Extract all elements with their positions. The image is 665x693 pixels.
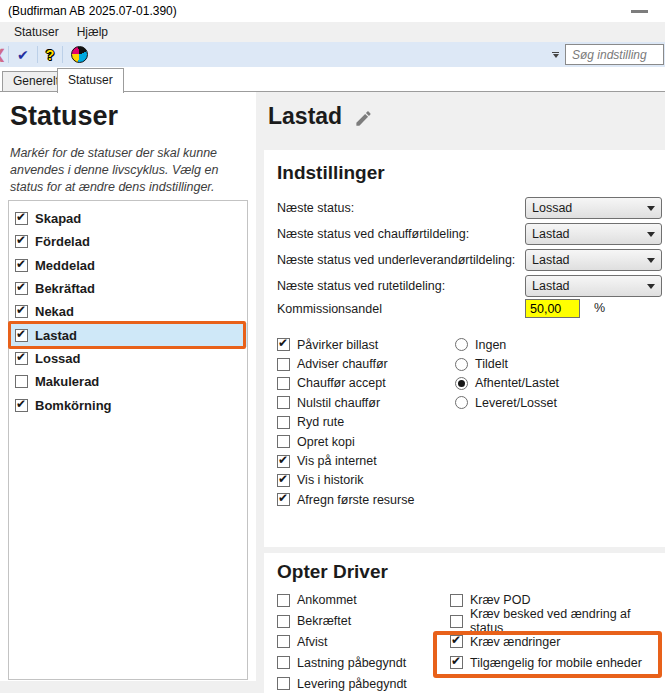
percent-unit: %: [594, 301, 605, 315]
list-item-nekad[interactable]: Nekad: [9, 300, 247, 323]
checkbox[interactable]: [15, 352, 28, 365]
next-status-dropdown[interactable]: Lossad: [525, 197, 662, 219]
radio-row-ingen[interactable]: Ingen: [455, 335, 559, 354]
next-status-driver-dropdown[interactable]: Lastad: [525, 223, 662, 245]
search-input[interactable]: [565, 44, 664, 65]
tab-statuser[interactable]: Statuser: [57, 68, 124, 93]
checkbox[interactable]: [15, 305, 28, 318]
status-listbox: Skapad Fördelad Meddelad Bekräftad Nekad…: [8, 200, 248, 680]
edit-pencil-icon[interactable]: [354, 109, 373, 128]
checkbox[interactable]: [277, 358, 290, 371]
checkbox[interactable]: [15, 375, 28, 388]
opter-logo-icon[interactable]: [71, 46, 88, 63]
checkbox-row-bekraeftet[interactable]: Bekræftet: [277, 611, 407, 632]
status-label: Bomkörning: [35, 398, 112, 413]
checkbox[interactable]: [277, 338, 290, 351]
list-item-bomkorning[interactable]: Bomkörning: [9, 393, 247, 416]
chevron-down-icon: [647, 206, 655, 211]
checkbox-row-nulstil-chauffor[interactable]: Nulstil chauffør: [277, 393, 414, 412]
checkbox[interactable]: [277, 396, 290, 409]
checkbox[interactable]: [277, 435, 290, 448]
checkbox[interactable]: [450, 656, 463, 669]
checkbox[interactable]: [450, 615, 463, 628]
dropdown-value: Lossad: [532, 201, 572, 215]
toolbar-separator: [62, 46, 63, 63]
list-item-lastad[interactable]: Lastad: [9, 323, 247, 346]
next-status-subcontractor-dropdown[interactable]: Lastad: [525, 249, 662, 271]
checkbox-row-ryd-rute[interactable]: Ryd rute: [277, 413, 414, 432]
chevron-down-icon: [647, 284, 655, 289]
checkbox-label: Opret kopi: [297, 435, 355, 449]
checkbox-row-afvist[interactable]: Afvist: [277, 632, 407, 653]
list-item-makulerad[interactable]: Makulerad: [9, 370, 247, 393]
menu-statuser[interactable]: Statuser: [5, 23, 68, 41]
driver-checkbox-column-right: Kræv POD Kræv besked ved ændring af stat…: [450, 590, 665, 673]
list-item-skapad[interactable]: Skapad: [9, 207, 247, 230]
radio-row-leveret-losset[interactable]: Leveret/Losset: [455, 393, 559, 412]
checkbox[interactable]: [277, 656, 290, 669]
checkbox[interactable]: [450, 635, 463, 648]
checkbox-label: Levering påbegyndt: [297, 677, 407, 691]
checkbox[interactable]: [15, 259, 28, 272]
status-label: Makulerad: [35, 374, 99, 389]
checkbox-label: Ryd rute: [297, 415, 344, 429]
checkbox-row-adviser-chauffor[interactable]: Adviser chauffør: [277, 354, 414, 373]
toolbar-overflow-icon[interactable]: [552, 52, 559, 58]
checkbox-row-lastning-pabegyndt[interactable]: Lastning påbegyndt: [277, 652, 407, 673]
list-item-bekraftad[interactable]: Bekräftad: [9, 277, 247, 300]
check-icon[interactable]: ✔: [12, 47, 34, 63]
checkbox-row-vis-i-historik[interactable]: Vis i historik: [277, 471, 414, 490]
back-icon[interactable]: ❮: [0, 47, 5, 62]
radio-row-tildelt[interactable]: Tildelt: [455, 354, 559, 373]
checkbox[interactable]: [277, 493, 290, 506]
commission-input[interactable]: [525, 299, 580, 318]
checkbox[interactable]: [277, 455, 290, 468]
chevron-down-icon: [647, 232, 655, 237]
settings-radio-group: Ingen Tildelt Afhentet/Lastet Leveret/Lo…: [455, 335, 559, 413]
checkbox[interactable]: [277, 416, 290, 429]
checkbox[interactable]: [277, 615, 290, 628]
checkbox-row-pavirker-billast[interactable]: Påvirker billast: [277, 335, 414, 354]
checkbox-label: Afvist: [297, 635, 328, 649]
minimize-button[interactable]: [627, 0, 651, 20]
checkbox[interactable]: [15, 212, 28, 225]
help-icon[interactable]: ?: [41, 47, 60, 63]
checkbox-row-ankommet[interactable]: Ankommet: [277, 590, 407, 611]
checkbox-label: Vis på internet: [297, 454, 377, 468]
checkbox-row-opret-kopi[interactable]: Opret kopi: [277, 432, 414, 451]
list-item-meddelad[interactable]: Meddelad: [9, 254, 247, 277]
checkbox-row-afregn-forste-resurse[interactable]: Afregn første resurse: [277, 490, 414, 509]
checkbox-label: Kræv POD: [470, 593, 530, 607]
checkbox[interactable]: [15, 282, 28, 295]
checkbox-row-chauffor-accept[interactable]: Chauffør accept: [277, 374, 414, 393]
checkbox-label: Tilgængelig for mobile enheder: [470, 656, 642, 670]
next-status-route-dropdown[interactable]: Lastad: [525, 275, 662, 297]
next-status-label: Næste status:: [277, 201, 354, 215]
radio-label: Leveret/Losset: [475, 396, 557, 410]
checkbox-row-kraev-besked[interactable]: Kræv besked ved ændring af status: [450, 611, 665, 632]
checkbox-row-levering-pabegyndt[interactable]: Levering påbegyndt: [277, 673, 407, 693]
radio-button[interactable]: [455, 377, 468, 390]
checkbox[interactable]: [277, 635, 290, 648]
menu-hjaelp[interactable]: Hjælp: [68, 23, 117, 41]
opter-driver-card: Opter Driver Ankommet Bekræftet Afvist L…: [264, 553, 665, 693]
checkbox-row-tilgaengelig-mobile[interactable]: Tilgængelig for mobile enheder: [450, 652, 665, 673]
checkbox[interactable]: [15, 329, 28, 342]
checkbox[interactable]: [277, 594, 290, 607]
checkbox[interactable]: [15, 235, 28, 248]
checkbox[interactable]: [450, 594, 463, 607]
list-item-lossad[interactable]: Lossad: [9, 347, 247, 370]
checkbox-row-vis-pa-internet[interactable]: Vis på internet: [277, 451, 414, 470]
toolbar-separator: [37, 46, 38, 63]
menu-bar: Statuser Hjælp: [0, 22, 665, 42]
checkbox[interactable]: [277, 677, 290, 690]
radio-row-afhentet-lastet[interactable]: Afhentet/Lastet: [455, 374, 559, 393]
radio-button[interactable]: [455, 358, 468, 371]
checkbox[interactable]: [277, 474, 290, 487]
radio-button[interactable]: [455, 396, 468, 409]
status-label: Bekräftad: [35, 281, 95, 296]
list-item-fordelad[interactable]: Fördelad: [9, 230, 247, 253]
checkbox[interactable]: [15, 399, 28, 412]
checkbox[interactable]: [277, 377, 290, 390]
radio-button[interactable]: [455, 338, 468, 351]
